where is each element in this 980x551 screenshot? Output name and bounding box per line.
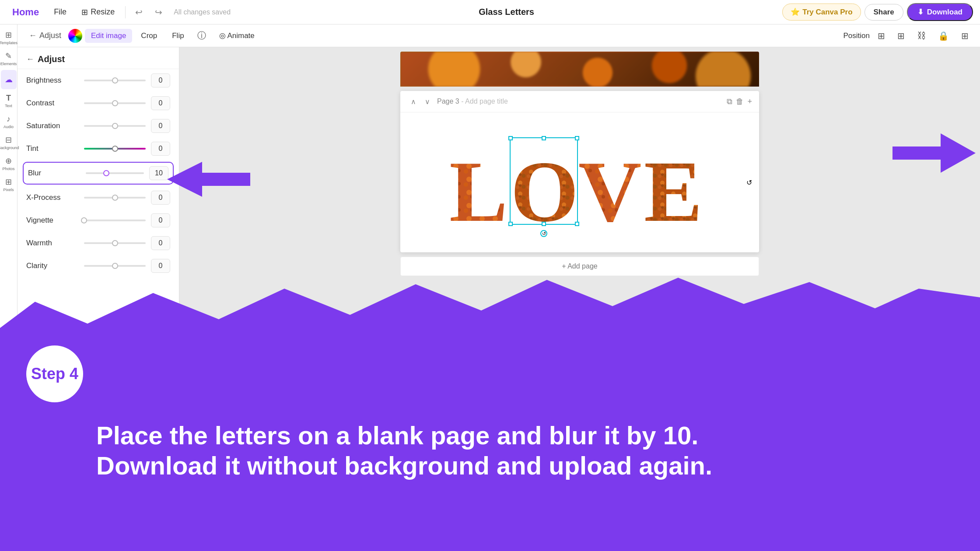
info-button[interactable]: ⓘ [193, 27, 210, 44]
secondary-toolbar: ← Adjust Edit image Crop Flip ⓘ ◎ Animat… [18, 24, 980, 47]
nav-file-button[interactable]: File [48, 5, 73, 19]
adjust-header: ← Adjust [18, 47, 179, 69]
brightness-value[interactable]: 0 [151, 73, 170, 87]
contrast-row: Contrast 0 [18, 92, 179, 115]
sidebar-item-background[interactable]: ⊟ Background [1, 133, 17, 152]
color-picker-button[interactable] [68, 29, 82, 43]
edit-image-button[interactable]: Edit image [85, 29, 132, 43]
sidebar-item-elements[interactable]: ✎ Elements [1, 49, 17, 68]
tint-row: Tint 0 [18, 137, 179, 160]
page-nav: ∧ ∨ [407, 95, 434, 108]
sidebar-label-elements: Elements [0, 62, 17, 66]
add-page-label: + Add page [562, 262, 597, 270]
nav-resize-button[interactable]: ⊞ Resize [76, 5, 120, 20]
background-icon: ⊟ [5, 135, 12, 145]
tint-label: Tint [26, 144, 79, 153]
xprocess-slider[interactable] [84, 193, 146, 202]
xprocess-row: X-Process 0 [18, 186, 179, 209]
audio-icon: ♪ [7, 115, 10, 124]
resize-icon: ⊞ [81, 7, 88, 17]
delete-page-icon[interactable]: 🗑 [736, 97, 744, 106]
brightness-row: Brightness 0 [18, 69, 179, 92]
page-content: L O V E [400, 112, 759, 252]
crop-button[interactable]: Crop [135, 29, 163, 43]
templates-icon: ⊞ [5, 30, 12, 40]
adjust-back-button[interactable]: ← Adjust [24, 28, 66, 43]
nav-divider [125, 6, 126, 18]
blur-value[interactable]: 10 [149, 166, 168, 180]
back-arrow-icon: ← [29, 31, 37, 40]
more-icon[interactable]: ⊞ [957, 28, 973, 44]
love-svg: L O V E [449, 136, 710, 227]
love-graphic[interactable]: L O V E [449, 136, 710, 229]
page-down-arrow[interactable]: ∨ [421, 95, 434, 108]
undo-button[interactable]: ↩ [131, 4, 147, 20]
svg-text:O: O [511, 143, 579, 227]
sidebar-item-ai[interactable]: ☁ [1, 70, 17, 89]
contrast-slider[interactable] [84, 99, 146, 108]
page-header: ∧ ∨ Page 3 - Add page title ⧉ 🗑 + [400, 91, 759, 112]
saturation-value[interactable]: 0 [151, 119, 170, 133]
add-page-bar[interactable]: + Add page [400, 257, 759, 276]
download-icon: ⬇ [917, 7, 924, 17]
vignette-row: Vignette 0 [18, 209, 179, 232]
contrast-label: Contrast [26, 99, 79, 108]
add-page-icon[interactable]: + [747, 97, 752, 106]
vignette-value[interactable]: 0 [151, 213, 170, 227]
grid-icon[interactable]: ⊞ [893, 28, 909, 44]
svg-text:L: L [449, 143, 508, 227]
pixels-icon: ⊞ [5, 177, 12, 187]
warmth-value[interactable]: 0 [151, 236, 170, 250]
blur-label: Blur [28, 169, 80, 178]
redo-button[interactable]: ↪ [150, 4, 167, 20]
zoom-level: 31% [957, 536, 971, 544]
sidebar-item-templates[interactable]: ⊞ Templates [1, 28, 17, 47]
rotate-handle[interactable]: ↺ [540, 230, 547, 237]
canvas-area: ∧ ∨ Page 3 - Add page title ⧉ 🗑 + [179, 47, 980, 527]
refresh-icon[interactable]: ↺ [746, 178, 752, 187]
saturation-slider[interactable] [84, 122, 146, 130]
text-icon: T [6, 94, 11, 103]
contrast-value[interactable]: 0 [151, 96, 170, 110]
notes-icon[interactable]: ✎ N [505, 536, 517, 544]
clarity-value[interactable]: 0 [151, 259, 170, 273]
flip-button[interactable]: Flip [166, 29, 190, 43]
svg-text:V: V [578, 143, 641, 227]
star-icon: ⭐ [791, 7, 800, 17]
sidebar-item-photos[interactable]: ⊕ Photos [1, 154, 17, 173]
brightness-slider[interactable] [84, 76, 146, 85]
download-button[interactable]: ⬇ Download [907, 3, 973, 21]
sidebar-item-pixels[interactable]: ⊞ Pixels [1, 175, 17, 194]
sidebar-item-text[interactable]: T Text [1, 91, 17, 110]
photos-icon: ⊕ [5, 156, 12, 166]
animate-icon: ◎ [219, 31, 226, 40]
tint-slider[interactable] [84, 144, 146, 153]
sidebar-item-audio[interactable]: ♪ Audio [1, 112, 17, 131]
vignette-slider[interactable] [84, 216, 146, 225]
copy-page-icon[interactable]: ⧉ [727, 97, 732, 106]
share-button[interactable]: Share [864, 4, 903, 21]
warmth-slider[interactable] [84, 239, 146, 248]
animate-button[interactable]: ◎ Animate [213, 28, 261, 43]
nav-home-button[interactable]: Home [7, 4, 44, 21]
position-button[interactable]: Position [844, 31, 870, 40]
blur-slider[interactable] [86, 169, 144, 178]
clarity-slider[interactable] [84, 262, 146, 270]
lock-icon[interactable]: 🔒 [934, 28, 953, 44]
blur-row: Blur 10 [23, 162, 174, 185]
xprocess-label: X-Process [26, 193, 79, 202]
xprocess-value[interactable]: 0 [151, 191, 170, 205]
layers-icon[interactable]: ⊞ [873, 28, 889, 44]
page-up-arrow[interactable]: ∧ [407, 95, 420, 108]
elements-icon: ✎ [5, 51, 12, 61]
tint-value[interactable]: 0 [151, 142, 170, 156]
document-title: Glass Letters [479, 7, 534, 17]
try-pro-button[interactable]: ⭐ Try Canva Pro [782, 3, 861, 21]
link-icon[interactable]: ⛓ [913, 28, 930, 43]
sidebar-label-pixels: Pixels [3, 188, 14, 192]
warmth-label: Warmth [26, 239, 79, 248]
sidebar-label-background: Background [0, 146, 19, 150]
page-add-title[interactable]: - Add page title [461, 98, 508, 105]
adjust-back-arrow[interactable]: ← [26, 55, 34, 64]
page-header-icons: ⧉ 🗑 + [727, 97, 752, 106]
